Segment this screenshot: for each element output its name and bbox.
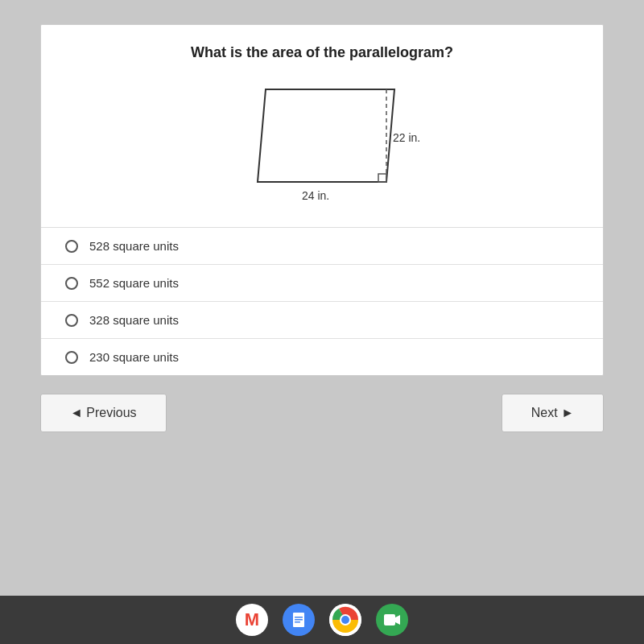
gmail-icon[interactable]: M — [236, 604, 268, 636]
radio-1[interactable] — [65, 240, 78, 253]
next-button[interactable]: Next ► — [502, 394, 604, 432]
diagram-container: 22 in. 24 in. — [73, 77, 571, 206]
answers-section: 528 square units 552 square units 328 sq… — [41, 227, 603, 375]
previous-button[interactable]: ◄ Previous — [40, 394, 167, 432]
answer-option-1[interactable]: 528 square units — [41, 228, 603, 265]
radio-2[interactable] — [65, 277, 78, 290]
parallelogram-diagram: 22 in. 24 in. — [225, 77, 419, 206]
nav-buttons: ◄ Previous Next ► — [40, 394, 604, 432]
answer-text-4: 230 square units — [89, 350, 179, 364]
radio-4[interactable] — [65, 351, 78, 364]
svg-rect-2 — [378, 174, 386, 182]
question-card: What is the area of the parallelogram? 2… — [40, 24, 604, 376]
radio-3[interactable] — [65, 314, 78, 327]
svg-marker-14 — [395, 615, 400, 625]
svg-point-12 — [341, 616, 349, 624]
answer-text-1: 528 square units — [89, 239, 179, 253]
question-title: What is the area of the parallelogram? — [73, 44, 571, 61]
question-section: What is the area of the parallelogram? 2… — [41, 25, 603, 227]
svg-rect-13 — [384, 614, 395, 625]
svg-rect-6 — [295, 617, 303, 618]
svg-marker-0 — [258, 89, 394, 182]
svg-rect-7 — [295, 619, 303, 621]
meet-icon[interactable] — [376, 604, 408, 636]
answer-option-3[interactable]: 328 square units — [41, 302, 603, 339]
answer-option-4[interactable]: 230 square units — [41, 339, 603, 375]
svg-text:22 in.: 22 in. — [393, 131, 420, 144]
answer-option-2[interactable]: 552 square units — [41, 265, 603, 302]
answer-text-2: 552 square units — [89, 276, 179, 290]
answer-text-3: 328 square units — [89, 313, 179, 327]
svg-rect-8 — [295, 621, 300, 623]
taskbar: M — [0, 596, 644, 644]
docs-icon[interactable] — [283, 604, 315, 636]
chrome-icon[interactable] — [329, 604, 361, 636]
svg-text:24 in.: 24 in. — [302, 189, 329, 202]
